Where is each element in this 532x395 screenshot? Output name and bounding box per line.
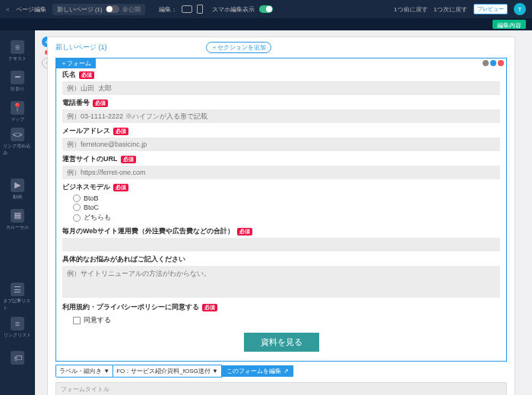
name-label: 氏名 — [62, 70, 76, 80]
desktop-icon[interactable] — [182, 5, 192, 13]
edit-form-button[interactable]: このフォームを編集↗ — [222, 365, 293, 377]
form-tag[interactable]: ＋フォーム — [56, 58, 96, 68]
tool-link-list[interactable]: ≡リンクリスト — [3, 313, 32, 342]
email-input[interactable] — [62, 137, 500, 151]
url-input[interactable] — [62, 166, 500, 179]
user-avatar[interactable]: T — [514, 3, 526, 15]
redo-button[interactable]: 1つ次に戻す — [434, 5, 467, 14]
model-label: ビジネスモデル — [62, 182, 110, 192]
name-input[interactable] — [62, 81, 500, 95]
video-icon: ▶ — [11, 179, 24, 192]
required-badge: 必須 — [237, 228, 252, 235]
radio-btob[interactable] — [73, 194, 81, 202]
radio-btoc[interactable] — [73, 204, 81, 211]
form-title-input[interactable]: フォームタイトル — [55, 382, 507, 395]
radio-btob-label: BtoB — [84, 194, 99, 202]
phone-input[interactable] — [62, 109, 500, 123]
save-button[interactable]: 編集内容 — [492, 20, 526, 29]
required-badge: 必須 — [113, 128, 128, 135]
required-badge: 必須 — [121, 156, 136, 163]
tool-carousel[interactable]: ▦カルーセル — [3, 205, 32, 234]
breadcrumb[interactable]: ページ編集 — [16, 5, 46, 14]
submit-button[interactable]: 資料を見る — [244, 333, 319, 352]
required-badge: 必須 — [202, 304, 217, 311]
page-canvas: 新しいページ (1) ＋セクションを追加 ＋フォーム 氏名必須 電話番号必須 — [47, 36, 515, 395]
link-list-icon: ≡ — [11, 317, 24, 330]
handle-move-icon[interactable] — [483, 60, 489, 66]
add-section-button[interactable]: ＋セクションを追加 — [206, 42, 271, 53]
tab-label: 新しいページ (1) — [57, 5, 103, 14]
required-badge: 必須 — [113, 184, 128, 191]
edit-label: 編集： — [159, 5, 177, 14]
carousel-icon: ▦ — [11, 209, 24, 223]
required-badge: 必須 — [93, 100, 108, 107]
handle-edit-icon[interactable] — [490, 60, 496, 66]
required-badge: 必須 — [79, 71, 94, 79]
tool-map[interactable]: 📍マップ — [3, 97, 32, 126]
page-title[interactable]: 新しいページ (1) — [55, 43, 107, 52]
url-label: 運営サイトのURL — [62, 154, 118, 164]
handle-delete-icon[interactable] — [498, 60, 504, 66]
tool-video[interactable]: ▶動画 — [3, 175, 32, 204]
form-source-select[interactable]: FO：サービス紹介資料_fOSG送付 ▼ — [113, 365, 222, 378]
left-toolbar: ≡テキスト ━区切り 📍マップ <>リンク埋め込み ▶動画 ▦カルーセル ☰タブ… — [0, 30, 35, 395]
divider-icon: ━ — [11, 71, 24, 84]
undo-button[interactable]: 1つ前に戻す — [394, 5, 427, 14]
tool-text[interactable]: ≡テキスト — [3, 36, 32, 65]
radio-both[interactable] — [73, 214, 81, 222]
tag-icon: 🏷 — [11, 351, 24, 365]
radio-btoc-label: BtoC — [84, 204, 99, 211]
budget-label: 毎月のWebサイト運用費（外注費や広告費などの合計） — [62, 226, 234, 236]
form-block[interactable]: ＋フォーム 氏名必須 電話番号必須 メールアド — [55, 58, 507, 362]
tab-status: 非公開 — [122, 5, 141, 14]
phone-label: 電話番号 — [62, 98, 90, 108]
agree-checkbox[interactable] — [73, 317, 81, 324]
code-icon: <> — [11, 128, 24, 141]
problem-textarea[interactable] — [62, 266, 500, 298]
problem-label: 具体的なお悩みがあればご記入ください — [62, 254, 185, 264]
tool-tag[interactable]: 🏷 — [3, 343, 32, 372]
smartphone-edit-label: スマホ編集表示 — [212, 5, 255, 14]
email-label: メールアドレス — [62, 126, 110, 136]
layout-select[interactable]: ラベル・縦向き ▼ — [55, 365, 113, 378]
tool-divider[interactable]: ━区切り — [3, 67, 32, 96]
tab-list-icon: ☰ — [11, 283, 24, 296]
external-icon: ↗ — [283, 368, 289, 374]
tool-embed[interactable]: <>リンク埋め込み — [3, 128, 32, 156]
map-icon: 📍 — [11, 101, 24, 115]
mobile-icon[interactable] — [197, 5, 203, 14]
radio-both-label: どちらも — [84, 213, 111, 223]
smartphone-toggle[interactable] — [259, 5, 273, 13]
breadcrumb-back[interactable]: < — [6, 6, 10, 13]
budget-select[interactable] — [62, 238, 500, 251]
agree-label: 利用規約・プライバシーポリシーに同意する — [62, 302, 199, 312]
publish-toggle[interactable] — [106, 5, 119, 13]
text-icon: ≡ — [11, 40, 24, 54]
preview-button[interactable]: プレビュー — [473, 4, 508, 14]
page-tab[interactable]: 新しいページ (1) 非公開 — [52, 4, 145, 15]
agree-checkbox-label: 同意する — [84, 315, 111, 325]
tool-tab-list[interactable]: ☰タブ記事リスト — [3, 283, 32, 311]
